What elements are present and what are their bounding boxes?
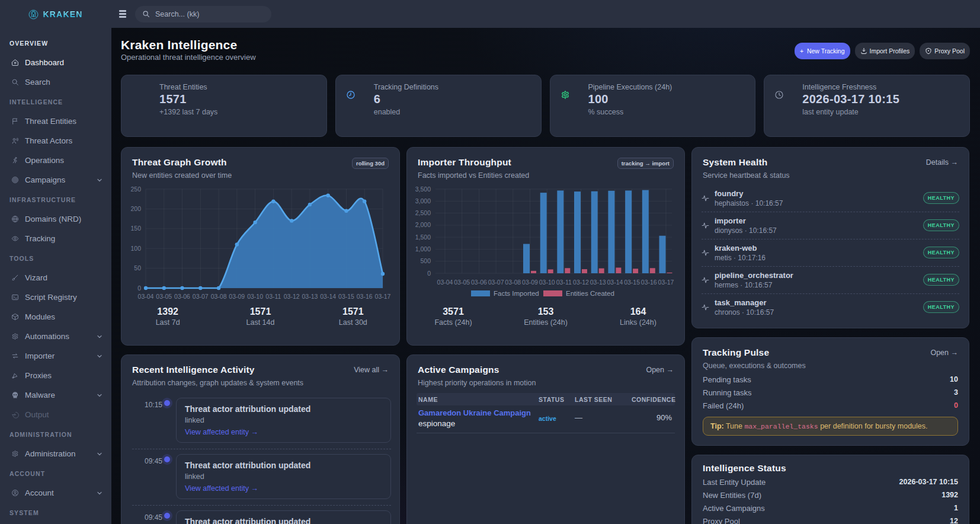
svg-text:03-09: 03-09	[522, 279, 538, 286]
svg-text:2,000: 2,000	[415, 221, 431, 228]
svg-text:03-06: 03-06	[471, 279, 487, 286]
svg-text:150: 150	[130, 225, 141, 232]
svg-text:03-15: 03-15	[624, 279, 640, 286]
svg-text:Entities Created: Entities Created	[566, 290, 614, 297]
svg-text:03-16: 03-16	[641, 279, 657, 286]
svg-text:03-15: 03-15	[338, 293, 354, 300]
svg-text:03-12: 03-12	[573, 279, 589, 286]
svg-text:03-12: 03-12	[284, 293, 300, 300]
svg-text:03-05: 03-05	[454, 279, 470, 286]
svg-text:1,000: 1,000	[415, 245, 431, 253]
svg-text:03-17: 03-17	[375, 293, 391, 300]
svg-text:03-14: 03-14	[607, 279, 623, 286]
svg-text:500: 500	[420, 257, 431, 264]
svg-text:03-10: 03-10	[539, 279, 555, 286]
svg-text:03-14: 03-14	[320, 293, 336, 300]
svg-text:03-05: 03-05	[156, 293, 172, 300]
svg-text:200: 200	[130, 205, 141, 212]
svg-text:3,000: 3,000	[415, 197, 431, 205]
svg-text:03-17: 03-17	[658, 279, 674, 286]
svg-text:03-07: 03-07	[488, 279, 504, 286]
svg-text:03-06: 03-06	[174, 293, 190, 300]
svg-text:03-13: 03-13	[590, 279, 606, 286]
svg-text:03-10: 03-10	[247, 293, 263, 300]
svg-text:3,500: 3,500	[415, 186, 431, 193]
svg-text:0: 0	[137, 285, 141, 292]
svg-text:03-04: 03-04	[138, 293, 154, 300]
svg-text:03-09: 03-09	[229, 293, 245, 300]
svg-text:03-04: 03-04	[437, 279, 453, 286]
svg-text:2,500: 2,500	[415, 209, 431, 216]
svg-text:03-07: 03-07	[193, 293, 209, 300]
svg-text:250: 250	[130, 186, 141, 193]
svg-text:100: 100	[130, 245, 141, 252]
svg-text:03-08: 03-08	[505, 279, 521, 286]
svg-text:0: 0	[427, 270, 431, 277]
svg-text:50: 50	[134, 264, 141, 271]
svg-text:03-16: 03-16	[357, 293, 373, 300]
svg-text:03-11: 03-11	[265, 293, 281, 300]
svg-text:1,500: 1,500	[415, 234, 431, 241]
svg-text:Facts Imported: Facts Imported	[494, 290, 539, 297]
svg-text:03-08: 03-08	[211, 293, 227, 300]
svg-text:03-13: 03-13	[302, 293, 318, 300]
svg-text:03-11: 03-11	[556, 279, 572, 286]
